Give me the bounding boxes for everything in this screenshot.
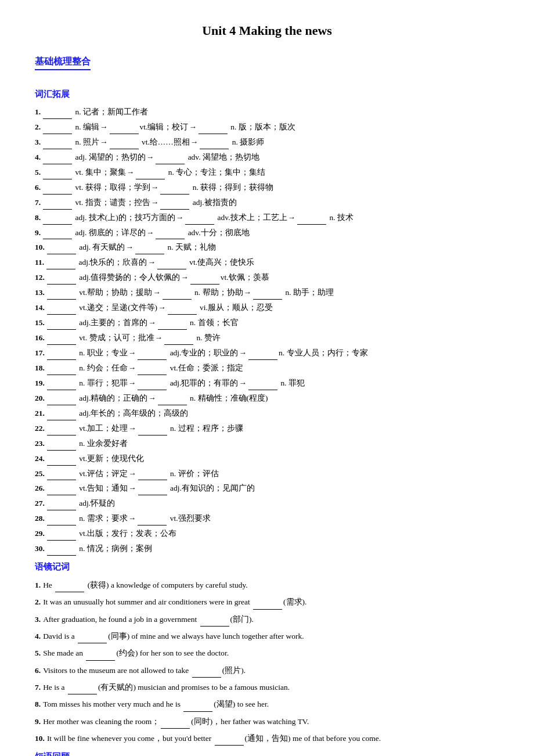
- vocab-num: 29.: [35, 529, 45, 538]
- vocab-item: 15. adj.主要的；首席的→ n. 首领；长官: [35, 316, 499, 330]
- vocab-item: 7. vt. 指责；谴责；控告→ adj.被指责的: [35, 196, 499, 210]
- sentence-item: 9.Her mother was cleaning the room；(同时)，…: [35, 715, 499, 729]
- vocab-num: 2.: [35, 123, 41, 131]
- vocab-num: 30.: [35, 544, 45, 553]
- vocab-item: 23. n. 业余爱好者: [35, 437, 499, 451]
- vocab-num: 10.: [35, 243, 45, 251]
- vocab-num: 28.: [35, 514, 45, 523]
- vocab-num: 14.: [35, 303, 45, 312]
- vocab-content: adj.年长的；高年级的；高级的: [46, 409, 188, 417]
- sentence-text: After graduation, he found a job in a go…: [43, 615, 254, 624]
- sentence-item: 1.He (获得) a knowledge of computers by ca…: [35, 578, 499, 592]
- vocab-item: 26. vt.告知；通知→ adj.有知识的；见闻广的: [35, 482, 499, 495]
- vocab-item: 2. n. 编辑→vt.编辑；校订→ n. 版；版本；版次: [35, 121, 499, 134]
- vocab-content: adj.精确的；正确的→ n. 精确性；准确(程度): [46, 394, 268, 402]
- vocab-num: 15.: [35, 318, 45, 327]
- vocab-content: adj.快乐的；欣喜的→ vt.使高兴；使快乐: [45, 258, 254, 267]
- sentence-item: 7.He is a (有天赋的) musician and promises t…: [35, 681, 499, 694]
- vocab-item: 10. adj. 有天赋的→ n. 天赋；礼物: [35, 241, 499, 254]
- vocab-num: 12.: [35, 273, 45, 282]
- sentence-item: 4.David is a (同事) of mine and we always …: [35, 629, 499, 643]
- vocab-num: 8.: [35, 213, 41, 222]
- vocab-list: 1. n. 记者；新闻工作者2. n. 编辑→vt.编辑；校订→ n. 版；版本…: [35, 106, 499, 556]
- vocab-item: 18. n. 约会；任命→ vt.任命；委派；指定: [35, 362, 499, 375]
- sentence-text: He is a (有天赋的) musician and promises to …: [43, 683, 290, 692]
- vocab-item: 12. adj.值得赞扬的；令人钦佩的→vt.钦佩；羡慕: [35, 271, 499, 285]
- vocab-content: n. 编辑→vt.编辑；校订→ n. 版；版本；版次: [42, 123, 295, 131]
- vocab-item: 14. vt.递交；呈递(文件等)→ vi.服从；顺从；忍受: [35, 301, 499, 315]
- vocab-content: adj. 彻底的；详尽的→ adv.十分；彻底地: [42, 228, 250, 237]
- vocab-num: 22.: [35, 424, 45, 433]
- vocab-content: vt. 获得；取得；学到→ n. 获得；得到；获得物: [42, 183, 273, 192]
- subsection-vocab: 词汇拓展 1. n. 记者；新闻工作者2. n. 编辑→vt.编辑；校订→ n.…: [35, 89, 499, 556]
- vocab-content: adj. 有天赋的→ n. 天赋；礼物: [46, 243, 216, 251]
- sentence-text: She made an (约会) for her son to see the …: [43, 649, 229, 657]
- vocab-item: 22. vt.加工；处理→ n. 过程；程序；步骤: [35, 422, 499, 435]
- vocab-num: 3.: [35, 138, 41, 146]
- vocab-item: 29. vt.出版；发行；发表；公布: [35, 527, 499, 541]
- vocab-num: 1.: [35, 107, 41, 116]
- vocab-num: 16.: [35, 333, 45, 342]
- vocab-item: 30. n. 情况；病例；案例: [35, 542, 499, 556]
- subsection-sentences: 语镜记词 1.He (获得) a knowledge of computers …: [35, 561, 499, 746]
- vocab-num: 23.: [35, 439, 45, 448]
- sentence-text: He (获得) a knowledge of computers by care…: [43, 581, 248, 589]
- vocab-num: 17.: [35, 348, 45, 357]
- vocab-content: n. 需求；要求→ vt.强烈要求: [46, 514, 211, 523]
- vocab-num: 26.: [35, 484, 45, 492]
- vocab-item: 24. vt.更新；使现代化: [35, 452, 499, 466]
- sentences-list: 1.He (获得) a knowledge of computers by ca…: [35, 578, 499, 746]
- sentence-num: 3.: [35, 615, 41, 624]
- vocab-num: 18.: [35, 363, 45, 372]
- vocab-content: vt.出版；发行；发表；公布: [46, 529, 176, 538]
- vocab-content: n. 记者；新闻工作者: [42, 107, 148, 116]
- vocab-content: vt.评估；评定→ n. 评价；评估: [46, 469, 219, 478]
- sentence-num: 4.: [35, 632, 41, 640]
- vocab-item: 19. n. 罪行；犯罪→ adj.犯罪的；有罪的→ n. 罪犯: [35, 377, 499, 390]
- vocab-item: 25. vt.评估；评定→ n. 评价；评估: [35, 467, 499, 481]
- vocab-item: 28. n. 需求；要求→ vt.强烈要求: [35, 512, 499, 525]
- sentence-item: 5.She made an (约会) for her son to see th…: [35, 646, 499, 660]
- sentence-num: 8.: [35, 700, 41, 708]
- sentence-num: 10.: [35, 734, 45, 743]
- vocab-num: 9.: [35, 228, 41, 237]
- vocab-item: 20. adj.精确的；正确的→ n. 精确性；准确(程度): [35, 392, 499, 405]
- vocab-content: adj. 技术(上)的；技巧方面的→ adv.技术上；工艺上→ n. 技术: [42, 213, 353, 222]
- page-title: Unit 4 Making the news: [35, 23, 499, 38]
- vocab-content: n. 职业；专业→ adj.专业的；职业的→n. 专业人员；内行；专家: [46, 348, 368, 357]
- sentence-item: 2.It was an unusually hot summer and air…: [35, 595, 499, 609]
- vocab-num: 27.: [35, 499, 45, 507]
- sentence-num: 7.: [35, 683, 41, 692]
- sentence-item: 3.After graduation, he found a job in a …: [35, 613, 499, 627]
- vocab-item: 11. adj.快乐的；欣喜的→ vt.使高兴；使快乐: [35, 256, 499, 269]
- vocab-content: vt. 指责；谴责；控告→ adj.被指责的: [42, 198, 236, 207]
- vocab-content: n. 罪行；犯罪→ adj.犯罪的；有罪的→ n. 罪犯: [46, 379, 305, 387]
- subsection-phrases: 短语回顾: [35, 751, 499, 756]
- sentence-item: 8.Tom misses his mother very much and he…: [35, 697, 499, 711]
- vocab-num: 13.: [35, 288, 45, 297]
- vocab-num: 19.: [35, 379, 45, 387]
- vocab-item: 8. adj. 技术(上)的；技巧方面的→ adv.技术上；工艺上→ n. 技术: [35, 211, 499, 225]
- sentence-num: 5.: [35, 649, 41, 657]
- vocab-num: 11.: [35, 258, 44, 267]
- subsection-heading-phrases: 短语回顾: [35, 752, 70, 756]
- vocab-content: vt. 赞成；认可；批准→ n. 赞许: [46, 333, 221, 342]
- sentence-item: 6.Visitors to the museum are not allowed…: [35, 664, 499, 678]
- sentence-text: Visitors to the museum are not allowed t…: [43, 666, 246, 675]
- vocab-content: adj.值得赞扬的；令人钦佩的→vt.钦佩；羡慕: [46, 273, 269, 282]
- sentence-item: 10.It will be fine whenever you come，but…: [35, 732, 499, 746]
- vocab-num: 21.: [35, 409, 45, 417]
- vocab-content: vt. 集中；聚集→ n. 专心；专注；集中；集结: [42, 168, 265, 177]
- subsection-heading-sentences: 语镜记词: [35, 561, 499, 573]
- sentence-text: David is a (同事) of mine and we always ha…: [43, 632, 304, 640]
- section-basics: 基础梳理整合 词汇拓展 1. n. 记者；新闻工作者2. n. 编辑→vt.编辑…: [35, 56, 499, 756]
- subsection-heading-vocab: 词汇拓展: [35, 89, 499, 100]
- vocab-num: 6.: [35, 183, 41, 192]
- vocab-item: 1. n. 记者；新闻工作者: [35, 106, 499, 119]
- vocab-content: vt.帮助；协助；援助→ n. 帮助；协助→ n. 助手；助理: [46, 288, 334, 297]
- sentence-text: Her mother was cleaning the room；(同时)，he…: [43, 717, 309, 726]
- vocab-item: 5. vt. 集中；聚集→ n. 专心；专注；集中；集结: [35, 166, 499, 179]
- vocab-content: n. 约会；任命→ vt.任命；委派；指定: [46, 363, 243, 372]
- vocab-item: 6. vt. 获得；取得；学到→ n. 获得；得到；获得物: [35, 181, 499, 195]
- sentence-text: It will be fine whenever you come，but yo…: [47, 734, 381, 743]
